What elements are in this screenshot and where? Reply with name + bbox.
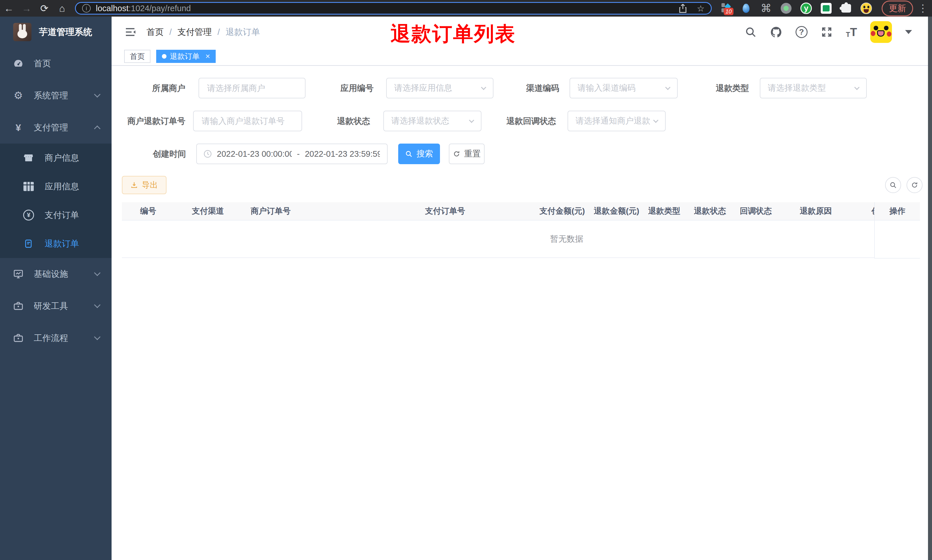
column-header: 操作 (875, 202, 920, 220)
profile-emoji-avatar[interactable] (860, 3, 872, 14)
refund-type-select[interactable]: 请选择退款类型 (760, 78, 867, 98)
breadcrumb-pay[interactable]: 支付管理 (177, 26, 212, 38)
caret-down-icon[interactable] (905, 30, 912, 34)
refresh-icon (911, 182, 918, 189)
breadcrumb-home[interactable]: 首页 (146, 26, 164, 38)
reset-button[interactable]: 重置 (449, 143, 484, 164)
column-header: 支付渠道 (183, 206, 242, 217)
column-header: 退款状态 (685, 206, 731, 217)
refund-status-select[interactable]: 请选择退款状态 (383, 111, 481, 131)
browser-home-icon[interactable]: ⌂ (53, 3, 71, 14)
notify-status-select[interactable]: 请选择通知商户退款结果 (568, 111, 666, 131)
sidebar-item-devtools[interactable]: 研发工具 (0, 290, 112, 322)
table-refresh-button[interactable] (907, 177, 923, 193)
chevron-down-icon (94, 270, 101, 276)
browser-forward-icon[interactable]: → (18, 3, 35, 14)
empty-text: 暂无数据 (550, 233, 583, 245)
sidebar-item-label: 基础设施 (34, 268, 86, 280)
share-icon[interactable] (678, 3, 687, 13)
merchant-refund-no-input[interactable] (193, 111, 302, 131)
fullscreen-icon[interactable] (821, 26, 833, 38)
app-logo-row[interactable]: 芋道管理系统 (0, 17, 112, 48)
select-placeholder: 请选择应用信息 (394, 82, 478, 94)
filter-label-merchant-refund-no: 商户退款订单号 (127, 111, 185, 131)
app-title: 芋道管理系统 (39, 26, 92, 38)
yen-circle-icon: ¥ (22, 210, 35, 220)
column-header: 商户订单号 (242, 206, 417, 217)
sidebar-item-label: 研发工具 (34, 300, 86, 312)
export-button[interactable]: 导出 (122, 176, 166, 194)
shop-icon (22, 153, 35, 163)
search-button[interactable]: 搜索 (398, 143, 440, 164)
user-avatar[interactable] (870, 21, 892, 43)
sidebar-item-label: 商户信息 (45, 152, 79, 164)
channel-select[interactable]: 请输入渠道编码 (569, 78, 678, 98)
chevron-down-icon (653, 118, 658, 123)
breadcrumb-separator: / (169, 27, 172, 37)
extension-balloon-icon[interactable] (740, 3, 752, 14)
table-header-row: 编号 支付渠道 商户订单号 支付订单号 支付金额(元) 退款金额(元) 退款类型… (122, 202, 920, 220)
extension-green-dot-icon[interactable] (780, 3, 792, 14)
search-icon (889, 182, 897, 189)
create-time-range-picker[interactable]: 2022-01-23 00:00:00 - 2022-01-23 23:59:5… (196, 143, 388, 164)
filter-label-refund-status: 退款状态 (337, 111, 370, 131)
extensions-puzzle-icon[interactable] (840, 3, 852, 14)
date-range-separator: - (297, 149, 300, 159)
sidebar-item-refund-order[interactable]: 退款订单 (0, 229, 112, 258)
tag-home[interactable]: 首页 (124, 50, 151, 63)
tag-label: 首页 (130, 51, 145, 62)
help-icon[interactable]: ? (795, 26, 807, 38)
table-search-toggle-button[interactable] (885, 177, 901, 193)
merchant-input[interactable] (198, 78, 306, 98)
select-placeholder: 请选择退款类型 (768, 82, 851, 94)
extension-command-icon[interactable]: ⌘ (760, 3, 772, 14)
app-logo (13, 23, 31, 41)
filter-label-notify-status: 退款回调状态 (506, 111, 556, 131)
sidebar: 芋道管理系统 首页 ⚙ 系统管理 ¥ 支付管理 商户信息 (0, 17, 112, 560)
navbar-actions: ? TT (744, 21, 920, 43)
collapse-sidebar-icon[interactable] (124, 26, 136, 38)
browser-back-icon[interactable]: ← (0, 3, 18, 14)
sidebar-item-pay[interactable]: ¥ 支付管理 (0, 112, 112, 143)
sidebar-item-workflow[interactable]: 工作流程 (0, 322, 112, 354)
clock-icon (203, 149, 212, 158)
table-empty-row: 暂无数据 (122, 220, 920, 258)
reset-button-label: 重置 (464, 148, 481, 160)
sidebar-item-label: 退款订单 (45, 238, 79, 250)
briefcase-icon (12, 332, 25, 343)
dashboard-icon (12, 58, 25, 69)
close-icon[interactable]: × (205, 52, 210, 61)
active-dot-icon (162, 54, 166, 58)
browser-reload-icon[interactable]: ⟳ (35, 3, 53, 14)
sidebar-item-system[interactable]: ⚙ 系统管理 (0, 80, 112, 112)
end-date-value[interactable]: 2022-01-23 23:59:59 (305, 149, 380, 159)
extension-tiles-icon[interactable]: 10 (720, 3, 732, 14)
font-size-icon[interactable]: TT (846, 26, 857, 38)
search-icon[interactable] (744, 26, 757, 38)
chevron-down-icon (94, 302, 101, 308)
site-info-icon[interactable]: i (82, 4, 91, 12)
filter-label-channel: 渠道编码 (526, 78, 559, 98)
tag-refund-order[interactable]: 退款订单 × (156, 50, 216, 63)
sidebar-item-label: 应用信息 (45, 181, 79, 192)
bookmark-star-icon[interactable]: ☆ (697, 3, 704, 14)
browser-menu-icon[interactable]: ⋮ (918, 2, 928, 14)
github-icon[interactable] (770, 26, 782, 38)
sidebar-item-pay-order[interactable]: ¥ 支付订单 (0, 201, 112, 229)
extension-chat-icon[interactable] (820, 3, 832, 14)
address-bar[interactable]: i localhost :1024/pay/refund ☆ (75, 2, 712, 15)
sidebar-item-label: 系统管理 (34, 90, 86, 102)
sidebar-item-home[interactable]: 首页 (0, 48, 112, 80)
start-date-value[interactable]: 2022-01-23 00:00:00 (217, 149, 292, 159)
extension-badge: 10 (724, 8, 734, 15)
sidebar-item-merchant-info[interactable]: 商户信息 (0, 143, 112, 172)
select-placeholder: 请选择通知商户退款结果 (575, 115, 650, 127)
monitor-icon (12, 269, 25, 279)
gear-icon: ⚙ (12, 91, 25, 101)
extension-y-icon[interactable]: y (800, 3, 812, 14)
app-select[interactable]: 请选择应用信息 (386, 78, 494, 98)
sidebar-item-infra[interactable]: 基础设施 (0, 258, 112, 290)
browser-update-button[interactable]: 更新 (882, 1, 913, 16)
scrollbar[interactable] (928, 17, 932, 560)
sidebar-item-app-info[interactable]: 应用信息 (0, 172, 112, 201)
